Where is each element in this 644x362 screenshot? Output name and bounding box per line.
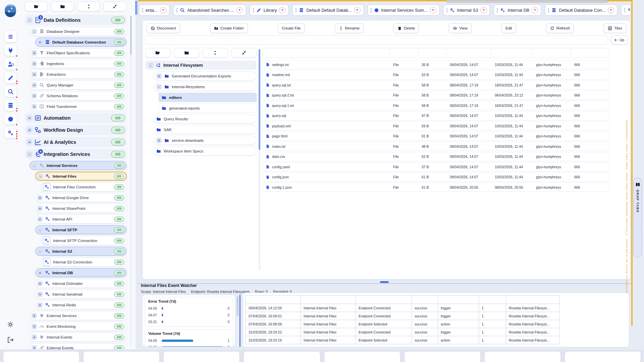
events-column-header[interactable]: [479, 296, 506, 304]
drag-handle-icon[interactable]: [253, 8, 254, 12]
rail-button[interactable]: [4, 58, 17, 70]
close-icon[interactable]: [430, 7, 436, 13]
events-table-row[interactable]: 07/04/2026, 16:09:01 Internal Internal F…: [246, 312, 559, 320]
splitter-handle[interactable]: [380, 281, 389, 283]
rail-button[interactable]: [4, 45, 17, 56]
bottom-bar-button[interactable]: [405, 352, 480, 362]
bottom-bar-button[interactable]: [164, 352, 239, 362]
tree-item[interactable]: + Internal API 0/0: [35, 215, 127, 224]
bottom-bar-button[interactable]: [485, 352, 560, 362]
toolbar-button[interactable]: Edit: [501, 23, 516, 33]
expand-toggle[interactable]: +: [32, 104, 37, 109]
tree-scrollbar[interactable]: [259, 48, 260, 270]
expand-toggle[interactable]: +: [27, 115, 32, 121]
expand-toggle[interactable]: -: [37, 227, 43, 233]
bottom-bar-button[interactable]: [3, 352, 79, 362]
toolbar-button[interactable]: Refresh: [546, 23, 574, 33]
tree-item[interactable]: + Automation 0/0: [25, 113, 127, 123]
tab[interactable]: Internal DB: [493, 4, 541, 16]
tab[interactable]: Abandoned Searches ...: [173, 4, 246, 16]
tree-item[interactable]: + Field Transformer 0/0: [30, 102, 127, 111]
tab[interactable]: Internal Services Sum...: [367, 4, 440, 16]
tab[interactable]: Internal S3: [443, 4, 490, 16]
fs-tree-item[interactable]: generated-reports: [159, 104, 257, 113]
events-column-header[interactable]: [506, 296, 559, 304]
tree-item[interactable]: + External Events 0/0: [30, 343, 127, 349]
expand-toggle[interactable]: -: [27, 152, 32, 157]
close-icon[interactable]: [160, 7, 166, 13]
tree-item[interactable]: + Internal DB 0/0: [35, 268, 127, 277]
tree-item[interactable]: - Internal Services 0/0: [30, 161, 127, 170]
expand-toggle[interactable]: -: [156, 84, 162, 89]
events-table-row[interactable]: 07/04/2026, 16:08:56 Internal Internal F…: [246, 320, 559, 328]
tree-item[interactable]: + Internal SharePoint 0/0: [35, 204, 127, 213]
events-table-row[interactable]: 09/04/2026, 14:12:05 Internal Internal F…: [246, 304, 559, 312]
toolbar-button[interactable]: Delete: [393, 23, 419, 33]
expand-toggle[interactable]: +: [32, 50, 37, 56]
expand-toggle[interactable]: +: [37, 217, 43, 222]
table-row[interactable]: payload.xml File 59 B 09/04/2026, 14:07 …: [262, 121, 609, 130]
table-row[interactable]: settings.ini File 35 B 09/04/2026, 14:07…: [262, 60, 609, 69]
table-row[interactable]: notes.txt File 48 B 09/04/2026, 14:07 10…: [262, 142, 609, 151]
tab[interactable]: Default Default Datab...: [292, 4, 364, 16]
tree-toolbar-button[interactable]: [231, 48, 257, 58]
events-table-row[interactable]: 31/03/2026, 19:24:22 Internal Internal F…: [246, 328, 559, 336]
expand-toggle[interactable]: +: [37, 270, 43, 276]
tree-toolbar-button[interactable]: [174, 48, 200, 58]
expand-toggle[interactable]: +: [32, 324, 37, 329]
drag-handle-icon[interactable]: [176, 8, 177, 12]
expand-toggle[interactable]: -: [37, 249, 43, 254]
tree-item[interactable]: + External Services 0/0: [30, 311, 127, 320]
column-header[interactable]: [262, 50, 390, 56]
close-icon[interactable]: [532, 7, 538, 13]
expand-toggle[interactable]: +: [37, 302, 43, 308]
tab[interactable]: Library: [250, 4, 289, 16]
tree-toolbar-button[interactable]: [203, 48, 228, 58]
rail-button[interactable]: [4, 127, 17, 138]
expand-toggle[interactable]: +: [156, 138, 162, 143]
events-column-header[interactable]: [301, 296, 356, 304]
tree-item[interactable]: - Database Designer 0/0: [30, 27, 127, 36]
fs-tree-item[interactable]: SAR: [153, 125, 257, 134]
tree-item[interactable]: + Query Manager 0/0: [30, 80, 127, 89]
column-header[interactable]: [390, 50, 418, 56]
toolbar-button[interactable]: View: [449, 23, 472, 33]
toolbar-button[interactable]: Create File: [278, 23, 305, 33]
drag-handle-icon[interactable]: [296, 8, 297, 12]
rail-button[interactable]: [4, 31, 17, 42]
tree-item[interactable]: + Internal Google Drive 0/0: [35, 193, 127, 202]
tree-item[interactable]: - 3 Data Definitions 0/0: [25, 15, 127, 25]
toolbar-button[interactable]: Tiles: [604, 23, 626, 33]
tree-item[interactable]: - Internal Files 0/0: [35, 172, 127, 181]
events-column-header[interactable]: [356, 296, 412, 304]
tree-item[interactable]: Internal SFTP Connection 0/0: [41, 236, 127, 245]
column-header[interactable]: [491, 50, 533, 56]
tree-item[interactable]: - 6 Integration Services 0/0: [25, 149, 127, 159]
drag-handle-icon[interactable]: [371, 8, 372, 12]
tree-item[interactable]: + Event Monitoring 0/0: [30, 322, 127, 331]
table-row[interactable]: config-1.json File 61 B 08/04/2026, 20:5…: [262, 183, 609, 192]
tree-item[interactable]: - Internal SFTP 0/0: [35, 225, 127, 234]
expand-toggle[interactable]: +: [37, 40, 43, 45]
expand-toggle[interactable]: +: [37, 195, 43, 200]
close-icon[interactable]: [236, 7, 243, 13]
charts-splitter[interactable]: [239, 295, 240, 347]
expand-toggle[interactable]: +: [32, 345, 37, 350]
expand-toggle[interactable]: +: [32, 82, 37, 88]
sidebar-toolbar-button[interactable]: [77, 2, 100, 11]
fs-tree-item[interactable]: Query Results: [153, 114, 257, 123]
tab[interactable]: Default Database Con...: [545, 4, 618, 16]
tree-item[interactable]: + Internal Sendmail 0/0: [35, 290, 127, 299]
logout-button[interactable]: [0, 337, 21, 343]
rail-button[interactable]: [4, 113, 17, 125]
sidebar-toolbar-button[interactable]: [25, 2, 48, 11]
tree-item[interactable]: + Default Database Connection 0/0: [35, 38, 127, 47]
events-column-header[interactable]: [246, 296, 301, 304]
fs-tree-item[interactable]: Workspace Item Specs: [153, 146, 257, 156]
drag-handle-icon[interactable]: [446, 8, 447, 12]
drop-tabs-zone[interactable]: DROP TABS: [633, 178, 642, 257]
column-header[interactable]: [418, 50, 446, 56]
tree-item[interactable]: + Internal Redis 0/0: [35, 300, 127, 309]
drag-handle-icon[interactable]: [624, 8, 625, 12]
expand-toggle[interactable]: +: [27, 127, 32, 133]
